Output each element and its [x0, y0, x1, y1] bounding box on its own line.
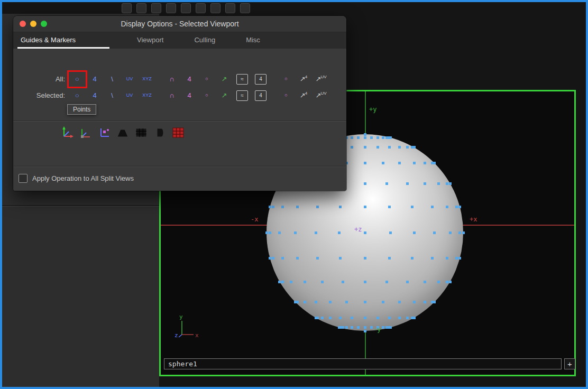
- checkbox-label: Apply Operation to All Split Views: [32, 174, 134, 182]
- field-guide-grid-icon[interactable]: [133, 125, 149, 140]
- points-icon[interactable]: ○: [69, 72, 85, 86]
- separator: [13, 121, 346, 122]
- point-xyz-text-icon[interactable]: XYZ: [139, 72, 155, 86]
- primitive-breakpoints-icon[interactable]: ○: [199, 72, 215, 86]
- primitive-breakpoints-icon[interactable]: ○: [199, 89, 215, 103]
- tab-culling[interactable]: Culling: [191, 32, 218, 49]
- view-axis-gizmo: y x z: [174, 312, 202, 340]
- apply-all-splits-checkbox[interactable]: Apply Operation to All Split Views: [19, 174, 134, 183]
- view-mask-icon[interactable]: [115, 125, 131, 140]
- primitive-normals-icon[interactable]: ↗: [216, 72, 232, 86]
- add-view-button[interactable]: +: [564, 358, 575, 369]
- tab-bar: Guides & MarkersViewportCullingMisc: [13, 32, 346, 49]
- primitive-hull-icon[interactable]: ∩: [164, 89, 180, 103]
- point-uv-text-icon[interactable]: UV: [122, 72, 137, 86]
- svg-text:y: y: [179, 313, 183, 320]
- toolbar-button[interactable]: [181, 3, 191, 13]
- profile-curves-icon[interactable]: ≈: [236, 74, 248, 85]
- svg-text:z: z: [174, 332, 178, 339]
- vertex-numbers-icon[interactable]: ↗4: [296, 89, 311, 103]
- tooltip: Points: [67, 104, 96, 115]
- toolbar-button[interactable]: [122, 3, 132, 13]
- point-numbers-icon[interactable]: 4: [87, 89, 103, 103]
- primitive-normals-icon[interactable]: ↗: [216, 89, 232, 103]
- point-normals-icon[interactable]: \: [104, 72, 120, 86]
- points-icon[interactable]: ○: [69, 89, 85, 103]
- vertex-markers-icon[interactable]: ○: [278, 72, 294, 86]
- axis-label-neg-x: -x: [251, 216, 258, 223]
- minimize-button[interactable]: [30, 21, 36, 27]
- toolbar-button[interactable]: [210, 3, 221, 13]
- safe-area-icon[interactable]: [170, 125, 186, 140]
- window-titlebar[interactable]: Display Options - Selected Viewport: [13, 16, 346, 32]
- close-button[interactable]: [20, 21, 26, 27]
- point-normals-icon[interactable]: \: [104, 89, 120, 103]
- display-options-window: Display Options - Selected Viewport Guid…: [13, 16, 346, 191]
- marker-rows: All:○4\UVXYZ∩4○↗≈4○↗4↗UVSelected:○4\UVXY…: [13, 71, 346, 104]
- axis-label-pos-y: +y: [369, 106, 376, 113]
- profile-curves-icon[interactable]: ≈: [236, 90, 248, 101]
- primitive-numbers-icon[interactable]: 4: [181, 72, 197, 86]
- row-label-selected: Selected:: [13, 91, 69, 99]
- zoom-button[interactable]: [41, 21, 47, 27]
- point-uv-text-icon[interactable]: UV: [122, 89, 137, 103]
- axis-label-pos-z: +z: [354, 226, 362, 233]
- checkbox-box[interactable]: [19, 174, 27, 183]
- toolbar-button[interactable]: [166, 3, 176, 13]
- primitive-hull-icon[interactable]: ∩: [164, 72, 180, 86]
- primitive-numbers-icon[interactable]: 4: [181, 89, 197, 103]
- view-axes-icon[interactable]: [78, 125, 94, 140]
- tab-misc[interactable]: Misc: [243, 32, 263, 49]
- tab-viewport[interactable]: Viewport: [134, 32, 167, 49]
- vertex-markers-icon[interactable]: ○: [278, 89, 294, 103]
- toolbar-button[interactable]: [225, 3, 235, 13]
- vertex-uv-icon[interactable]: ↗UV: [313, 72, 329, 86]
- vertex-numbers-icon[interactable]: ↗4: [296, 72, 311, 86]
- top-toolbar: [122, 3, 250, 13]
- vertex-uv-icon[interactable]: ↗UV: [313, 89, 329, 103]
- separator: [13, 166, 346, 167]
- traffic-lights: [20, 21, 47, 27]
- row-label-all: All:: [13, 75, 69, 83]
- toolbar-button[interactable]: [240, 3, 250, 13]
- point-numbers-icon[interactable]: 4: [87, 72, 103, 86]
- point-xyz-text-icon[interactable]: XYZ: [139, 89, 155, 103]
- screen: +y -x +x +z -y y x z sphere1 + Display O…: [0, 0, 588, 389]
- axis-label-neg-y: -y: [373, 326, 381, 333]
- toolbar-button[interactable]: [136, 3, 146, 13]
- profile-numbers-icon[interactable]: 4: [255, 90, 267, 101]
- pivot-axes-icon[interactable]: [96, 125, 112, 140]
- origin-axes-icon[interactable]: [59, 125, 75, 140]
- panel-divider: [2, 205, 159, 207]
- toolbar-button[interactable]: [151, 3, 161, 13]
- film-aspect-icon[interactable]: [152, 125, 168, 140]
- dialog-content: All:○4\UVXYZ∩4○↗≈4○↗4↗UVSelected:○4\UVXY…: [13, 49, 346, 191]
- operation-path-field[interactable]: sphere1: [164, 358, 562, 369]
- profile-numbers-icon[interactable]: 4: [255, 74, 267, 85]
- axis-label-pos-x: +x: [470, 216, 477, 223]
- toolbar-button[interactable]: [196, 3, 206, 13]
- svg-text:x: x: [195, 332, 199, 339]
- window-title: Display Options - Selected Viewport: [121, 20, 238, 28]
- guide-icons-row: [59, 125, 186, 140]
- tab-guides-markers[interactable]: Guides & Markers: [17, 32, 109, 49]
